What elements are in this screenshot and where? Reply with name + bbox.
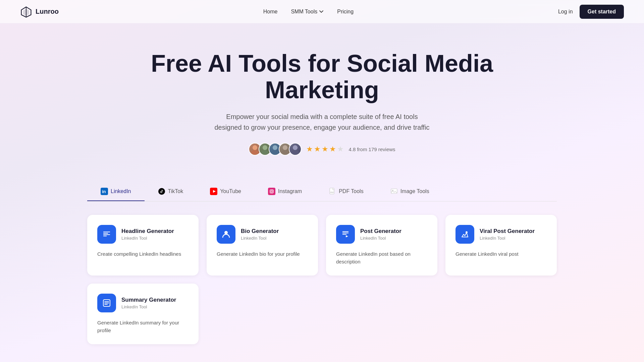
tab-tiktok-label: TikTok: [168, 188, 183, 194]
tab-image-tools[interactable]: Image Tools: [377, 182, 443, 201]
svg-point-8: [272, 150, 279, 155]
card-header: Headline Generator LinkedIn Tool: [97, 225, 189, 244]
svg-point-6: [262, 150, 269, 155]
tab-youtube-label: YouTube: [220, 188, 241, 194]
svg-point-4: [252, 150, 259, 155]
nav-links: Home SMM Tools Pricing: [263, 9, 354, 15]
tab-instagram-label: Instagram: [278, 188, 302, 194]
svg-point-15: [158, 188, 165, 195]
cards-container: Headline Generator LinkedIn Tool Create …: [0, 201, 644, 358]
svg-point-3: [253, 145, 257, 150]
card-title: Summary Generator: [121, 297, 176, 303]
avatar: [289, 143, 302, 156]
svg-text:PDF: PDF: [330, 191, 334, 193]
cards-grid-second: Summary Generator LinkedIn Tool Generate…: [87, 284, 557, 344]
tab-instagram[interactable]: Instagram: [255, 182, 315, 201]
nav-pricing[interactable]: Pricing: [337, 9, 354, 15]
svg-rect-24: [391, 189, 397, 193]
card-desc: Generate LinkedIn post based on descript…: [336, 250, 427, 265]
youtube-icon: [210, 188, 217, 195]
card-summary-generator[interactable]: Summary Generator LinkedIn Tool Generate…: [87, 284, 199, 344]
tab-pdf-tools[interactable]: PDF PDF Tools: [315, 182, 377, 201]
svg-point-26: [224, 231, 228, 234]
svg-point-9: [283, 145, 287, 150]
hero-subtitle: Empower your social media with a complet…: [20, 111, 624, 133]
card-icon-wrap: [455, 225, 474, 244]
card-icon-wrap: [97, 294, 116, 312]
logo-icon: [20, 6, 32, 18]
tab-linkedin[interactable]: in LinkedIn: [87, 182, 145, 201]
card-title: Bio Generator: [241, 228, 279, 235]
svg-point-21: [273, 190, 274, 190]
linkedin-icon: in: [101, 188, 108, 195]
tabs: in LinkedIn TikTok YouTube: [87, 182, 557, 201]
navbar: Lunroo Home SMM Tools Pricing Log in Get…: [0, 0, 644, 23]
star-2: ★: [314, 145, 321, 154]
svg-point-12: [292, 150, 299, 155]
svg-point-11: [293, 145, 298, 150]
bio-icon: [221, 230, 231, 239]
card-icon-wrap: [217, 225, 235, 244]
card-bio-generator[interactable]: Bio Generator LinkedIn Tool Generate Lin…: [207, 215, 318, 276]
card-title: Headline Generator: [121, 228, 174, 235]
nav-actions: Log in Get started: [558, 5, 624, 19]
card-badge: LinkedIn Tool: [121, 236, 174, 241]
card-desc: Generate LinkedIn viral post: [455, 250, 547, 258]
card-title: Post Generator: [360, 228, 401, 235]
instagram-icon: [268, 188, 275, 195]
card-header: Summary Generator LinkedIn Tool: [97, 294, 189, 312]
login-button[interactable]: Log in: [558, 9, 573, 15]
card-headline-generator[interactable]: Headline Generator LinkedIn Tool Create …: [87, 215, 199, 276]
headline-icon: [102, 230, 111, 239]
nav-smm-tools[interactable]: SMM Tools: [291, 9, 324, 15]
card-icon-wrap: [97, 225, 116, 244]
card-badge: LinkedIn Tool: [360, 236, 401, 241]
brand-name: Lunroo: [36, 8, 59, 15]
review-text: 4.8 from 179 reviews: [348, 146, 395, 152]
card-badge: LinkedIn Tool: [480, 236, 535, 241]
tab-tiktok[interactable]: TikTok: [145, 182, 197, 201]
svg-point-28: [466, 231, 468, 233]
post-icon: [341, 230, 350, 239]
star-4: ★: [329, 145, 336, 154]
reviews-section: ★ ★ ★ ★ ★ 4.8 from 179 reviews: [20, 143, 624, 156]
card-post-generator[interactable]: Post Generator LinkedIn Tool Generate Li…: [326, 215, 437, 276]
viral-icon: [460, 230, 470, 239]
star-rating: ★ ★ ★ ★ ★: [306, 145, 344, 154]
svg-point-10: [282, 150, 289, 155]
logo[interactable]: Lunroo: [20, 6, 59, 18]
card-badge: LinkedIn Tool: [241, 236, 279, 241]
get-started-button[interactable]: Get started: [580, 5, 624, 19]
tab-youtube[interactable]: YouTube: [197, 182, 255, 201]
card-header: Post Generator LinkedIn Tool: [336, 225, 427, 244]
card-viral-post-generator[interactable]: Viral Post Generator LinkedIn Tool Gener…: [445, 215, 557, 276]
cards-grid: Headline Generator LinkedIn Tool Create …: [87, 215, 557, 276]
svg-point-7: [273, 145, 277, 150]
tab-pdf-tools-label: PDF Tools: [339, 188, 364, 194]
star-3: ★: [322, 145, 328, 154]
hero-title: Free AI Tools for Social Media Marketing: [121, 50, 523, 103]
image-icon: [390, 188, 398, 195]
card-title: Viral Post Generator: [480, 228, 535, 235]
chevron-down-icon: [319, 9, 324, 14]
nav-home[interactable]: Home: [263, 9, 278, 15]
summary-icon: [102, 298, 111, 308]
svg-point-5: [263, 145, 267, 150]
card-desc: Create compelling LinkedIn headlines: [97, 250, 189, 258]
avatar-group: [249, 143, 302, 156]
star-5: ★: [337, 145, 344, 154]
card-header: Viral Post Generator LinkedIn Tool: [455, 225, 547, 244]
svg-text:in: in: [102, 189, 106, 194]
pdf-icon: PDF: [329, 188, 336, 195]
card-desc: Generate LinkedIn bio for your profile: [217, 250, 308, 258]
card-header: Bio Generator LinkedIn Tool: [217, 225, 308, 244]
tiktok-icon: [158, 188, 165, 195]
card-desc: Generate LinkedIn summary for your profi…: [97, 319, 189, 334]
card-badge: LinkedIn Tool: [121, 304, 176, 309]
star-1: ★: [306, 145, 313, 154]
tab-image-tools-label: Image Tools: [400, 188, 429, 194]
card-icon-wrap: [336, 225, 355, 244]
tabs-container: in LinkedIn TikTok YouTube: [0, 182, 644, 201]
tab-linkedin-label: LinkedIn: [111, 188, 131, 194]
hero-section: Free AI Tools for Social Media Marketing…: [0, 23, 644, 169]
